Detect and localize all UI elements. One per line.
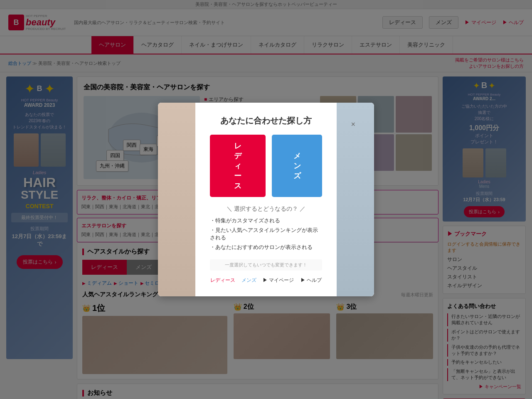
modal-benefit-2: あなたにおすすめのサロンが表示される [210, 244, 322, 251]
modal-title: あなたに合わせた探し方 [210, 115, 322, 126]
modal-benefit-1: 見たい人気ヘアスタイルランキングが表示される [210, 227, 322, 241]
modal-link-help[interactable]: ▶ ヘルプ [300, 277, 322, 284]
modal-benefit-0: 特集がカスタマイズされる [210, 217, 322, 224]
modal-ladies-button[interactable]: レディース [210, 135, 266, 197]
modal-link-mypage[interactable]: ▶ マイページ [263, 277, 294, 284]
modal-box: × あなたに合わせた探し方 レディース メンズ ＼ 選択するとどうなるの？ ／ … [158, 103, 374, 296]
modal-desc-title: ＼ 選択するとどうなるの？ ／ [210, 205, 322, 213]
modal-desc-list: 特集がカスタマイズされる 見たい人気ヘアスタイルランキングが表示される あなたに… [210, 217, 322, 253]
modal-overlay[interactable]: × あなたに合わせた探し方 レディース メンズ ＼ 選択するとどうなるの？ ／ … [0, 0, 532, 399]
modal-mens-button[interactable]: メンズ [272, 135, 322, 197]
modal-gender-buttons: レディース メンズ [210, 135, 322, 197]
modal-description: ＼ 選択するとどうなるの？ ／ 特集がカスタマイズされる 見たい人気ヘアスタイル… [210, 205, 322, 253]
modal-note: 一度選択してもいつでも変更できます！ [210, 259, 322, 271]
modal-content: × あなたに合わせた探し方 レディース メンズ ＼ 選択するとどうなるの？ ／ … [170, 115, 362, 284]
modal-close-button[interactable]: × [351, 120, 355, 129]
modal-link-ladies[interactable]: レディース [210, 277, 235, 284]
modal-links: レディース メンズ ▶ マイページ ▶ ヘルプ [210, 277, 322, 284]
modal-link-mens[interactable]: メンズ [241, 277, 256, 284]
